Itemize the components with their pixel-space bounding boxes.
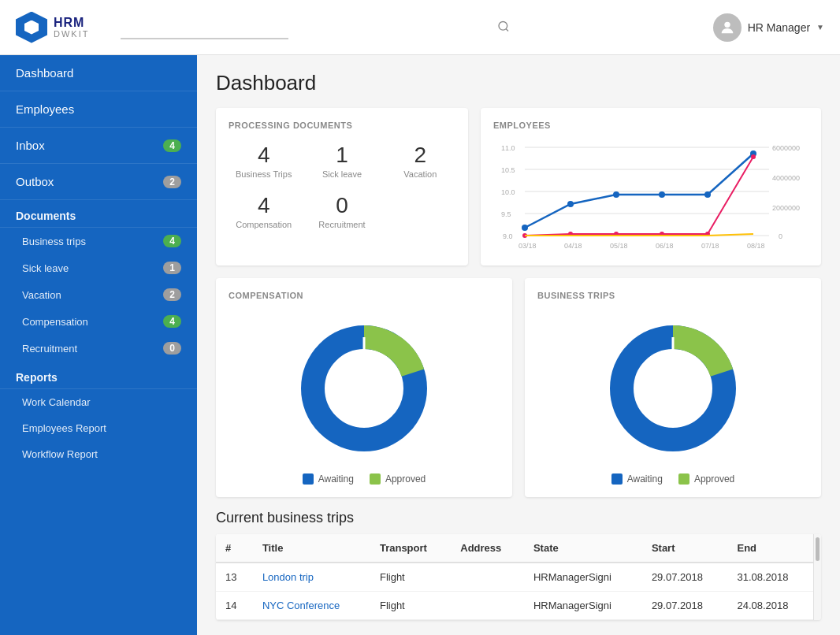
approved-dot <box>370 473 381 485</box>
main-layout: Dashboard Employees Inbox 4 Outbox 2 Doc… <box>0 55 840 635</box>
svg-text:10.5: 10.5 <box>501 166 515 174</box>
sidebar-item-vacation[interactable]: Vacation 2 <box>0 281 197 308</box>
user-avatar <box>713 13 742 42</box>
table-row: 14 NYC Conference Flight HRManagerSigni … <box>216 592 813 620</box>
employees-chart-card: EMPLOYEES 11.0 10.5 10.0 <box>481 108 821 266</box>
sidebar-vacation-label: Vacation <box>22 289 61 301</box>
svg-point-19 <box>613 191 619 198</box>
sidebar-item-recruitment[interactable]: Recruitment 0 <box>0 335 197 362</box>
sidebar-item-employees-report[interactable]: Employees Report <box>0 415 197 441</box>
sidebar-business-trips-badge: 4 <box>163 235 181 247</box>
trips-table: # Title Transport Address State Start En… <box>216 534 813 620</box>
trip-title-link[interactable]: London trip <box>262 571 314 583</box>
svg-point-20 <box>659 191 665 198</box>
sidebar-item-sick-leave[interactable]: Sick leave 1 <box>0 254 197 281</box>
employees-chart-title: EMPLOYEES <box>493 121 808 130</box>
svg-point-17 <box>522 225 528 231</box>
svg-text:08/18: 08/18 <box>747 242 765 250</box>
logo-icon <box>16 12 47 43</box>
sidebar-sick-leave-label: Sick leave <box>22 262 69 274</box>
compensation-donut-svg <box>293 318 435 459</box>
proc-item-vacation: 2 Vacation <box>385 139 455 182</box>
current-trips-title: Current business trips <box>216 510 821 526</box>
employees-chart-svg-wrap: 11.0 10.5 10.0 9.5 9.0 6000000 4000000 2… <box>493 139 808 253</box>
bt-approved-label: Approved <box>694 473 734 485</box>
cell-title: NYC Conference <box>253 592 370 620</box>
sidebar-item-workflow-report[interactable]: Workflow Report <box>0 441 197 467</box>
proc-item-recruitment: 0 Recruitment <box>307 190 377 232</box>
svg-text:04/18: 04/18 <box>564 242 582 250</box>
sidebar-item-outbox[interactable]: Outbox 2 <box>0 164 197 200</box>
trip-title-link[interactable]: NYC Conference <box>262 600 340 611</box>
business-trips-donut-title: BUSINESS TRIPS <box>537 291 808 300</box>
sidebar-item-dashboard[interactable]: Dashboard <box>0 55 197 91</box>
cell-transport: Flight <box>370 563 451 592</box>
current-trips-section: Current business trips # Title Transport… <box>216 510 821 620</box>
sidebar-inbox-label: Inbox <box>16 139 45 152</box>
sidebar: Dashboard Employees Inbox 4 Outbox 2 Doc… <box>0 55 197 635</box>
logo-sub: DWKIT <box>54 29 89 39</box>
approved-label: Approved <box>385 473 426 485</box>
sidebar-item-work-calendar[interactable]: Work Calendar <box>0 389 197 415</box>
svg-point-28 <box>751 154 756 159</box>
compensation-legend-awaiting: Awaiting <box>303 473 354 485</box>
svg-point-18 <box>567 201 574 207</box>
business-trips-donut-wrap <box>537 310 808 467</box>
svg-text:0: 0 <box>779 232 782 240</box>
sidebar-item-compensation[interactable]: Compensation 4 <box>0 308 197 335</box>
proc-number-vacation: 2 <box>388 143 452 168</box>
proc-item-compensation: 4 Compensation <box>229 190 299 232</box>
proc-number-business: 4 <box>232 143 295 168</box>
sidebar-inbox-badge: 4 <box>163 139 181 152</box>
col-num: # <box>216 534 253 563</box>
sidebar-outbox-badge: 2 <box>163 176 181 188</box>
cell-end: 31.08.2018 <box>727 563 813 592</box>
user-menu[interactable]: HR Manager ▼ <box>713 13 824 42</box>
table-scroll-container: # Title Transport Address State Start En… <box>216 534 821 620</box>
app-header: HRM DWKIT HR Manager ▼ <box>0 0 840 55</box>
svg-text:07/18: 07/18 <box>701 242 719 250</box>
compensation-donut-card: COMPENSATION <box>216 278 512 497</box>
sidebar-employees-label: Employees <box>16 102 74 116</box>
search-button[interactable] <box>497 20 510 35</box>
svg-text:05/18: 05/18 <box>610 242 628 250</box>
processing-documents-card: PROCESSING DOCUMENTS 4 Business Trips 1 … <box>216 108 468 266</box>
svg-point-21 <box>704 191 711 198</box>
svg-text:03/18: 03/18 <box>518 242 537 250</box>
cell-address <box>451 592 524 620</box>
sidebar-outbox-label: Outbox <box>16 175 54 188</box>
logo-inner-icon <box>24 20 39 35</box>
business-trips-donut-svg <box>602 318 744 459</box>
sidebar-compensation-badge: 4 <box>163 315 181 328</box>
svg-text:10.0: 10.0 <box>501 188 515 196</box>
compensation-donut-wrap <box>229 310 500 467</box>
sidebar-documents-header: Documents <box>0 200 197 228</box>
employees-chart-svg: 11.0 10.5 10.0 9.5 9.0 6000000 4000000 2… <box>493 139 808 250</box>
sidebar-employees-report-label: Employees Report <box>22 422 106 434</box>
proc-label-recruitment: Recruitment <box>310 220 374 229</box>
search-input[interactable] <box>121 16 288 39</box>
col-address: Address <box>451 534 524 563</box>
svg-text:9.0: 9.0 <box>503 232 513 240</box>
sidebar-item-inbox[interactable]: Inbox 4 <box>0 128 197 164</box>
sidebar-item-business-trips[interactable]: Business trips 4 <box>0 228 197 254</box>
cell-start: 29.07.2018 <box>642 563 728 592</box>
proc-label-sick: Sick leave <box>310 169 374 179</box>
page-title: Dashboard <box>216 71 821 95</box>
top-cards-row: PROCESSING DOCUMENTS 4 Business Trips 1 … <box>216 108 821 266</box>
main-content: Dashboard PROCESSING DOCUMENTS 4 Busines… <box>197 55 840 635</box>
bt-awaiting-label: Awaiting <box>627 473 663 485</box>
proc-label-compensation: Compensation <box>232 220 295 229</box>
cell-state: HRManagerSigni <box>524 563 642 592</box>
compensation-legend-approved: Approved <box>370 473 426 485</box>
business-trips-legend-approved: Approved <box>678 473 734 485</box>
svg-line-1 <box>507 28 509 31</box>
sidebar-item-employees[interactable]: Employees <box>0 91 197 128</box>
col-state: State <box>524 534 642 563</box>
proc-item-business-trips: 4 Business Trips <box>229 139 299 182</box>
table-scrollbar[interactable] <box>813 534 821 620</box>
sidebar-work-calendar-label: Work Calendar <box>22 396 90 408</box>
cell-end: 24.08.2018 <box>727 592 813 620</box>
svg-text:4000000: 4000000 <box>772 174 800 182</box>
svg-text:06/18: 06/18 <box>656 242 674 250</box>
